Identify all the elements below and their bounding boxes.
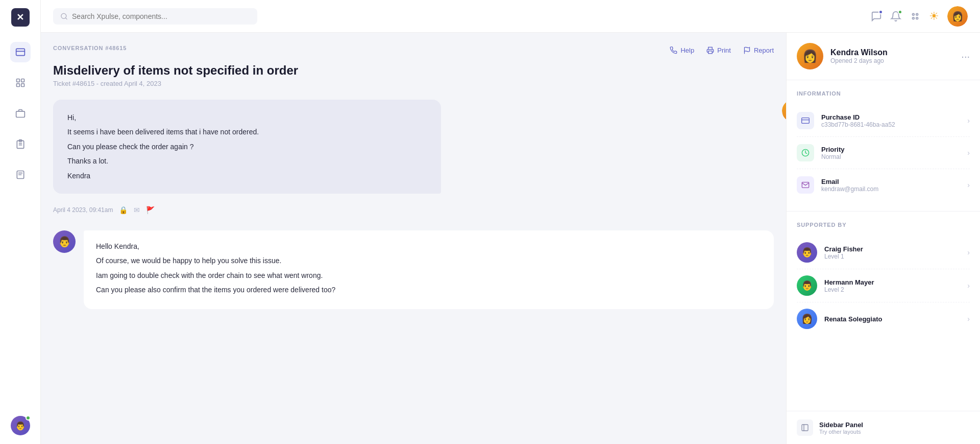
email-title: Email (821, 178, 960, 185)
email-arrow-icon: › (967, 181, 970, 189)
conversation-subtitle: Ticket #48615 - created April 4, 2023 (53, 80, 774, 87)
svg-rect-0 (16, 49, 24, 55)
search-input[interactable] (72, 12, 250, 20)
msg2-line1: Hello Kendra, (96, 241, 762, 252)
help-button[interactable]: Help (670, 46, 694, 54)
left-navigation: ✕ 👨 (0, 0, 41, 444)
chat-icon[interactable] (871, 11, 882, 22)
info-text-priority: Priority Normal (821, 146, 960, 160)
nav-note[interactable] (10, 165, 31, 185)
sender-avatar-1: 👩 (782, 100, 786, 122)
sidebar-more-button[interactable]: ··· (961, 51, 970, 62)
conversation-title: Misdelivery of items not specified in or… (53, 63, 774, 78)
sidebar-panel-icon (797, 419, 813, 436)
hermann-info: Hermann Mayer Level 2 (824, 278, 960, 293)
message-meta-1: April 4 2023, 09:41am 🔒 ✉ 🚩 (53, 206, 774, 214)
search-box[interactable] (53, 8, 257, 25)
bell-badge (898, 10, 902, 14)
support-row-renata[interactable]: 👩 Renata Soleggiato › (797, 302, 970, 335)
craig-arrow-icon: › (967, 248, 970, 256)
renata-name: Renata Soleggiato (824, 315, 960, 323)
right-sidebar: 👩 Kendra Wilson Opened 2 days ago ··· IN… (786, 33, 980, 444)
mail-icon[interactable]: ✉ (134, 206, 140, 214)
nav-inbox[interactable] (10, 42, 31, 62)
conversation-main: CONVERSATION #48615 Help Print Report (41, 33, 786, 444)
supported-by-section: SUPPORTED BY 👨 Craig Fisher Level 1 › 👨 … (787, 212, 980, 345)
svg-point-17 (913, 17, 915, 19)
chat-badge (878, 10, 883, 14)
msg1-greeting: Hi, (67, 112, 427, 123)
svg-point-18 (916, 17, 918, 19)
sidebar-user-info: Kendra Wilson Opened 2 days ago (830, 48, 954, 64)
msg2-line2: Of course, we would be happy to help you… (96, 255, 762, 266)
reply-message-2: 👨 Hello Kendra, Of course, we would be h… (53, 230, 774, 309)
information-section: INFORMATION Purchase ID c33bd77b-8681-46… (787, 80, 980, 212)
lock-icon[interactable]: 🔒 (119, 206, 128, 214)
craig-info: Craig Fisher Level 1 (824, 245, 960, 260)
app-logo[interactable]: ✕ (11, 8, 30, 27)
msg2-line3: Iam going to double check with the order… (96, 270, 762, 281)
priority-title: Priority (821, 146, 960, 153)
email-sub: kendraw@gmail.com (821, 185, 960, 193)
nav-clipboard[interactable] (10, 134, 31, 154)
priority-arrow-icon: › (967, 149, 970, 157)
info-row-email[interactable]: Email kendraw@gmail.com › (797, 169, 970, 201)
purchase-arrow-icon: › (967, 116, 970, 125)
print-button[interactable]: Print (706, 46, 731, 54)
priority-icon (797, 144, 814, 161)
message-time-1: April 4 2023, 09:41am (53, 206, 113, 214)
hermann-avatar: 👨 (797, 275, 817, 296)
sidebar-user-header: 👩 Kendra Wilson Opened 2 days ago ··· (787, 33, 980, 80)
hermann-arrow-icon: › (967, 282, 970, 290)
bell-icon[interactable] (890, 11, 901, 22)
info-row-priority[interactable]: Priority Normal › (797, 137, 970, 169)
renata-arrow-icon: › (967, 315, 970, 323)
svg-rect-1 (16, 79, 19, 82)
reply-avatar-2: 👨 (53, 230, 76, 253)
support-row-craig[interactable]: 👨 Craig Fisher Level 1 › (797, 236, 970, 269)
hint-text: Sidebar Panel Try other layouts (819, 421, 863, 435)
nav-user-avatar[interactable]: 👨 (10, 415, 31, 436)
priority-sub: Normal (821, 153, 960, 160)
message-bubble-1: Hi, It seems i have been delivered items… (53, 100, 441, 194)
nav-briefcase[interactable] (10, 103, 31, 124)
purchase-title: Purchase ID (821, 113, 960, 121)
sidebar-bottom-hint[interactable]: Sidebar Panel Try other layouts (787, 411, 980, 444)
supported-by-label: SUPPORTED BY (797, 222, 970, 228)
purchase-sub: c33bd77b-8681-46ba-aa52 (821, 121, 960, 128)
reply-bubble-2: Hello Kendra, Of course, we would be hap… (84, 230, 774, 309)
craig-avatar: 👨 (797, 242, 817, 263)
report-button[interactable]: Report (743, 46, 774, 54)
search-icon (60, 12, 68, 20)
user-avatar-top[interactable]: 👩 (947, 6, 968, 27)
email-icon (797, 176, 814, 194)
flag-icon[interactable]: 🚩 (146, 206, 155, 214)
nav-grid[interactable] (10, 73, 31, 93)
svg-rect-19 (708, 51, 713, 53)
conversation-label: CONVERSATION #48615 (53, 45, 127, 51)
top-bar-actions: ☀ 👩 (871, 6, 968, 27)
sun-icon[interactable]: ☀ (929, 10, 939, 23)
purchase-icon (797, 112, 814, 129)
msg1-sign: Kendra (67, 170, 427, 181)
craig-name: Craig Fisher (824, 245, 960, 253)
sidebar-avatar: 👩 (797, 43, 823, 69)
info-row-purchase[interactable]: Purchase ID c33bd77b-8681-46ba-aa52 › (797, 105, 970, 137)
svg-rect-4 (21, 84, 24, 87)
msg1-line3: Thanks a lot. (67, 155, 427, 167)
conversation-wrapper: CONVERSATION #48615 Help Print Report (41, 33, 980, 444)
grid-icon[interactable] (910, 11, 921, 22)
information-label: INFORMATION (797, 90, 970, 97)
msg2-line4: Can you please also confirm that the ite… (96, 284, 762, 295)
renata-avatar: 👩 (797, 309, 817, 329)
support-row-hermann[interactable]: 👨 Hermann Mayer Level 2 › (797, 269, 970, 302)
svg-point-16 (916, 13, 918, 15)
sidebar-user-opened: Opened 2 days ago (830, 57, 954, 64)
msg1-line2: Can you please check the order again ? (67, 141, 427, 152)
hermann-name: Hermann Mayer (824, 278, 960, 286)
sidebar-user-name: Kendra Wilson (830, 48, 954, 57)
svg-rect-5 (16, 111, 24, 118)
svg-rect-3 (16, 84, 19, 87)
info-text-email: Email kendraw@gmail.com (821, 178, 960, 193)
msg1-line1: It seems i have been delivered items tha… (67, 126, 427, 137)
